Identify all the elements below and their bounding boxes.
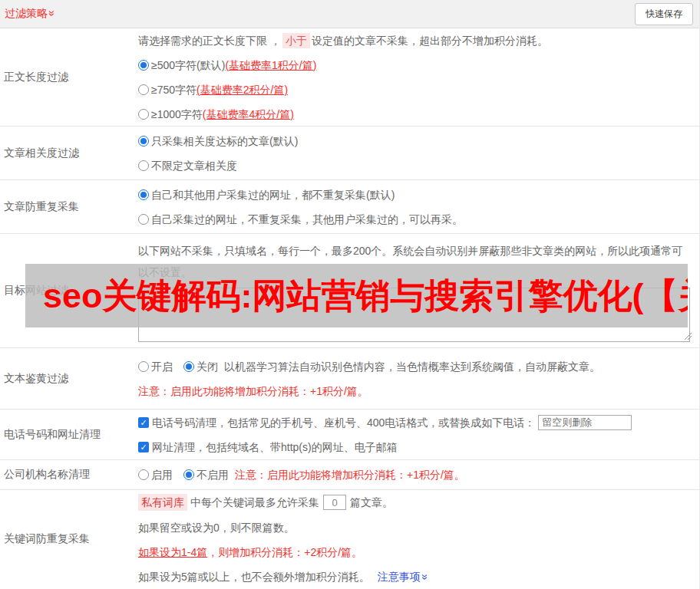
radio-company-off[interactable] xyxy=(183,469,194,480)
radio-label: 只采集相关度达标的文章(默认) xyxy=(151,133,298,149)
checkbox-label: 电话号码清理，包括常见的手机号、座机号、400电话格式，或替换成如下电话： xyxy=(152,415,535,430)
row-phone-url-cleanup: 电话号码和网址清理 电话号码清理，包括常见的手机号、座机号、400电话格式，或替… xyxy=(0,410,699,460)
radio-label: 启用 xyxy=(151,467,173,482)
highlight-less-than: 小于 xyxy=(282,33,310,48)
radio-porn-on[interactable] xyxy=(138,361,149,372)
radio-option-row: 自己采集过的网址，不重复采集，其他用户采集过的，可以再采。 xyxy=(138,212,695,227)
radio-label: ≥1000字符 xyxy=(151,107,203,122)
warning-text: ，则增加积分消耗：+2积分/篇。 xyxy=(207,545,362,560)
row-body-length-filter: 正文长度过滤 请选择需求的正文长度下限 ， 小于 设定值的文章不采集，超出部分不… xyxy=(0,28,699,127)
cost-warning-note: 如果设为1-4篇 ，则增加积分消耗：+2积分/篇。 xyxy=(138,545,695,560)
radio-relevance-strict[interactable] xyxy=(138,136,149,146)
radio-label: ≥750字符 xyxy=(151,82,196,97)
keyword-count-input[interactable] xyxy=(323,495,346,510)
chevron-double-down-icon: » xyxy=(418,574,433,580)
radio-option-row: 只采集相关度达标的文章(默认) xyxy=(138,133,695,149)
radio-porn-off[interactable] xyxy=(183,361,194,372)
resize-grip-icon[interactable] xyxy=(685,333,692,340)
radio-option-row: 开启 关闭 以机器学习算法自动识别色情内容，当色情概率达到系统阈值，自动屏蔽文章… xyxy=(138,359,695,374)
radio-dedupe-self-only[interactable] xyxy=(138,214,149,225)
row-label: 公司机构名称清理 xyxy=(0,460,138,489)
radio-relevance-any[interactable] xyxy=(138,160,149,171)
notes-link-text: 注意事项 xyxy=(378,571,421,583)
keyword-limit-row: 私有词库 中每个关键词最多允许采集 篇文章。 xyxy=(138,494,695,511)
row-dedupe-collection: 文章防重复采集 自己和其他用户采集过的网址，都不重复采集(默认) 自己采集过的网… xyxy=(0,180,699,234)
desc-text: 以机器学习算法自动识别色情内容，当色情概率达到系统阈值，自动屏蔽文章。 xyxy=(224,359,600,374)
description-line: 以下网站不采集，只填域名，每行一个，最多200个。系统会自动识别并屏蔽那些非文章… xyxy=(138,243,695,258)
radio-option-row: 自己和其他用户采集过的网址，都不重复采集(默认) xyxy=(138,187,695,202)
radio-option-row: 启用 不启用 注意：启用此功能将增加积分消耗：+1积分/篇。 xyxy=(138,467,695,482)
radio-option-row: ≥500字符(默认) (基础费率1积分/篇) xyxy=(138,58,695,73)
checkbox-row: 电话号码清理，包括常见的手机号、座机号、400电话格式，或替换成如下电话： xyxy=(138,415,695,430)
row-relevance-filter: 文章相关度过滤 只采集相关度达标的文章(默认) 不限定文章相关度 xyxy=(0,127,699,180)
description-line: 如果设为5篇或以上，也不会额外增加积分消耗。 注意事项» xyxy=(138,569,695,584)
desc-text: 如果设为5篇或以上，也不会额外增加积分消耗。 xyxy=(138,569,370,584)
radio-option-row: 不限定文章相关度 xyxy=(138,158,695,173)
radio-750-chars[interactable] xyxy=(138,84,149,95)
row-company-name-cleanup: 公司机构名称清理 启用 不启用 注意：启用此功能将增加积分消耗：+1积分/篇。 xyxy=(0,460,699,490)
radio-500-chars[interactable] xyxy=(138,60,149,71)
row-label: 关键词防重复采集 xyxy=(0,490,138,588)
row-label: 电话号码和网址清理 xyxy=(0,410,138,459)
phone-replacement-input[interactable] xyxy=(538,415,632,430)
page-title-text: 过滤策略 xyxy=(5,7,48,19)
ad-overlay-banner: seo关键解码:网站营销与搜索引擎优化(【关 xyxy=(25,264,688,327)
radio-option-row: ≥750字符 (基础费率2积分/篇) xyxy=(138,82,695,97)
radio-label: 关闭 xyxy=(196,359,218,374)
cost-warning-note: 注意：启用此功能将增加积分消耗：+1积分/篇。 xyxy=(138,383,695,399)
desc-text: 篇文章。 xyxy=(350,495,393,510)
checkbox-phone-clean[interactable] xyxy=(138,417,149,428)
radio-1000-chars[interactable] xyxy=(138,109,149,120)
fee-note: (基础费率4积分/篇) xyxy=(203,107,294,122)
section-header-bar: 过滤策略» 快速保存 xyxy=(0,0,699,28)
cost-warning-note: 注意：启用此功能将增加积分消耗：+1积分/篇。 xyxy=(235,467,465,482)
radio-label: 不启用 xyxy=(196,467,229,482)
ad-overlay-text: seo关键解码:网站营销与搜索引擎优化(【关 xyxy=(25,273,688,319)
desc-text: 请选择需求的正文长度下限 ， xyxy=(138,33,281,48)
quick-save-button[interactable]: 快速保存 xyxy=(635,3,693,25)
desc-text: 中每个关键词最多允许采集 xyxy=(190,495,319,510)
radio-label: ≥500字符(默认) xyxy=(151,58,225,73)
description-line: 如果留空或设为0，则不限篇数。 xyxy=(138,520,695,535)
radio-label: 自己和其他用户采集过的网址，都不重复采集(默认) xyxy=(151,187,395,202)
row-label: 文章防重复采集 xyxy=(0,180,138,233)
row-label: 正文长度过滤 xyxy=(0,28,138,126)
fee-note: (基础费率1积分/篇) xyxy=(225,58,316,73)
radio-dedupe-all-users[interactable] xyxy=(138,189,149,200)
radio-company-on[interactable] xyxy=(138,469,149,480)
chevron-double-down-icon: » xyxy=(46,11,58,16)
warning-underlined: 如果设为1-4篇 xyxy=(138,545,207,560)
desc-text: 设定值的文章不采集，超出部分不增加积分消耗。 xyxy=(312,33,548,48)
row-keyword-dedupe: 关键词防重复采集 私有词库 中每个关键词最多允许采集 篇文章。 如果留空或设为0… xyxy=(0,490,699,588)
checkbox-row: 网址清理，包括纯域名、带http(s)的网址、电子邮箱 xyxy=(138,439,695,455)
checkbox-label: 网址清理，包括纯域名、带http(s)的网址、电子邮箱 xyxy=(152,439,398,455)
private-lexicon-highlight: 私有词库 xyxy=(138,494,187,511)
page-title[interactable]: 过滤策略» xyxy=(5,7,55,21)
row-label: 文章相关度过滤 xyxy=(0,127,138,179)
filter-settings-page: 过滤策略» 快速保存 正文长度过滤 请选择需求的正文长度下限 ， 小于 设定值的… xyxy=(0,0,700,589)
radio-label: 开启 xyxy=(151,359,173,374)
radio-label: 不限定文章相关度 xyxy=(151,158,237,173)
radio-option-row: ≥1000字符 (基础费率4积分/篇) xyxy=(138,107,695,122)
notes-link[interactable]: 注意事项» xyxy=(378,569,428,584)
checkbox-url-clean[interactable] xyxy=(138,442,149,452)
row-porn-filter: 文本鉴黄过滤 开启 关闭 以机器学习算法自动识别色情内容，当色情概率达到系统阈值… xyxy=(0,348,699,410)
fee-note: (基础费率2积分/篇) xyxy=(196,82,288,97)
radio-label: 自己采集过的网址，不重复采集，其他用户采集过的，可以再采。 xyxy=(151,212,463,227)
row-label: 文本鉴黄过滤 xyxy=(0,348,138,409)
description-line: 请选择需求的正文长度下限 ， 小于 设定值的文章不采集，超出部分不增加积分消耗。 xyxy=(138,33,695,48)
